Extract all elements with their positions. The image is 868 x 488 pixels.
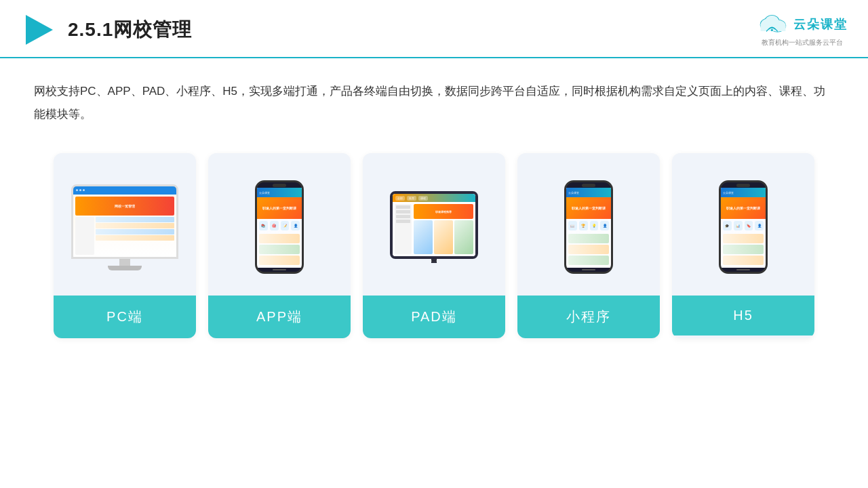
card-image-h5: 云朵课堂 职途人的第一堂判断课 🎓 📊 🔖 👤 [672,153,814,296]
card-app: 云朵课堂 职途人的第一堂判断课 📚 🎯 📝 👤 [208,153,351,338]
card-label-pad: PAD端 [363,296,505,338]
monitor-screen: 网校一览管理 [73,186,176,257]
tablet-mockup: 全部 推荐 课程 职途课程推荐 [390,191,478,263]
logo-text: 云朵课堂 [793,16,848,33]
logo-sub: 教育机构一站式服务云平台 [762,38,843,47]
card-pc: 网校一览管理 [54,153,196,338]
card-image-pad: 全部 推荐 课程 职途课程推荐 [363,153,505,296]
header-left: 2.5.1网校管理 [20,12,192,47]
card-miniapp: 云朵课堂 职途人的第一堂判断课 📖 🏆 💡 👤 [517,153,660,338]
svg-point-12 [771,29,773,31]
card-image-pc: 网校一览管理 [54,153,196,296]
header: 2.5.1网校管理 [0,0,868,58]
monitor-body: 网校一览管理 [71,184,178,259]
cards-container: 网校一览管理 [0,133,868,352]
card-label-miniapp: 小程序 [517,296,660,338]
card-h5: 云朵课堂 职途人的第一堂判断课 🎓 📊 🔖 👤 [672,153,814,338]
play-icon [20,12,56,47]
phone-mockup-miniapp: 云朵课堂 职途人的第一堂判断课 📖 🏆 💡 👤 [564,180,613,274]
logo-cloud: 云朵课堂 [757,12,848,37]
svg-marker-0 [26,15,53,45]
card-label-pc: PC端 [54,296,196,338]
logo-area: 云朵课堂 教育机构一站式服务云平台 [757,12,848,47]
card-pad: 全部 推荐 课程 职途课程推荐 [363,153,505,338]
cloud-icon [757,12,789,37]
pc-monitor: 网校一览管理 [71,184,178,270]
svg-point-10 [765,16,779,28]
description: 网校支持PC、APP、PAD、小程序、H5，实现多端打通，产品各终端自由切换，数… [0,58,868,133]
page-title: 2.5.1网校管理 [68,17,192,43]
phone-mockup-app: 云朵课堂 职途人的第一堂判断课 📚 🎯 📝 👤 [255,180,304,274]
card-label-h5: H5 [672,296,814,336]
description-text: 网校支持PC、APP、PAD、小程序、H5，实现多端打通，产品各终端自由切换，数… [34,85,825,121]
card-label-app: APP端 [208,296,351,338]
card-image-miniapp: 云朵课堂 职途人的第一堂判断课 📖 🏆 💡 👤 [517,153,660,296]
card-image-app: 云朵课堂 职途人的第一堂判断课 📚 🎯 📝 👤 [208,153,351,296]
phone-mockup-h5: 云朵课堂 职途人的第一堂判断课 🎓 📊 🔖 👤 [719,180,768,274]
